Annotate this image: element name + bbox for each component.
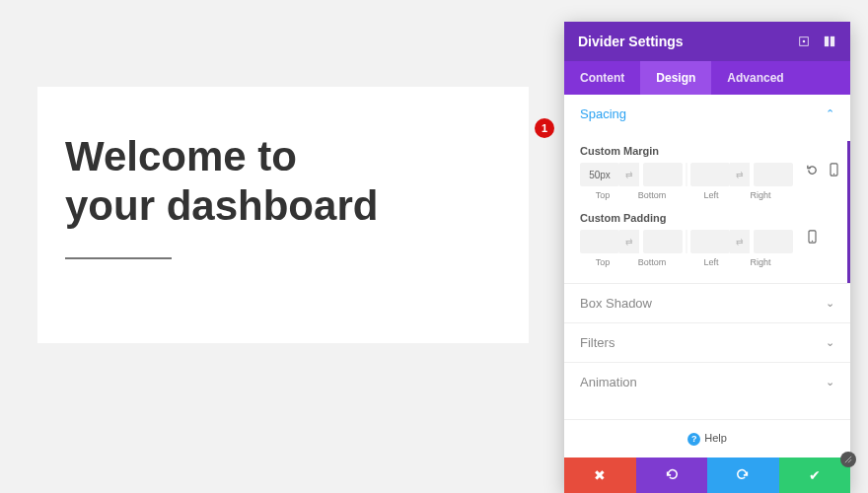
margin-right-input[interactable] (754, 163, 793, 186)
side-label-left: Left (688, 190, 734, 200)
link-icon[interactable]: ⇄ (730, 163, 750, 186)
reset-icon[interactable] (805, 163, 819, 176)
section-animation-title: Animation (580, 375, 637, 389)
tab-advanced[interactable]: Advanced (711, 61, 799, 95)
chevron-down-icon: ⌄ (826, 336, 834, 349)
heading-line-1: Welcome to (65, 133, 297, 179)
expand-icon[interactable] (797, 35, 811, 48)
link-icon[interactable]: ⇄ (619, 230, 639, 253)
section-animation-head[interactable]: Animation ⌄ (564, 362, 850, 401)
padding-right-input[interactable] (754, 230, 793, 253)
svg-point-5 (832, 174, 833, 175)
chevron-down-icon: ⌄ (826, 297, 834, 310)
panel-header[interactable]: Divider Settings (564, 22, 850, 61)
corner-drag-handle[interactable] (840, 452, 856, 467)
section-box-shadow-head[interactable]: Box Shadow ⌄ (564, 283, 850, 322)
side-label-right: Right (738, 190, 783, 200)
page-content: Welcome to your dashboard (37, 87, 529, 343)
chevron-down-icon: ⌄ (826, 376, 834, 388)
responsive-icon[interactable] (805, 230, 819, 244)
heading-line-2: your dashboard (65, 182, 378, 229)
section-filters-title: Filters (580, 335, 615, 350)
padding-top-input[interactable] (580, 230, 619, 253)
margin-left-input[interactable] (690, 163, 730, 186)
panel-tabs: Content Design Advanced (564, 61, 850, 95)
divider-line (65, 257, 172, 259)
responsive-icon[interactable] (827, 163, 840, 176)
snap-icon[interactable] (823, 35, 836, 48)
panel-title: Divider Settings (578, 34, 684, 49)
side-label-bottom: Bottom (629, 257, 675, 267)
section-spacing-head[interactable]: Spacing ⌃ (564, 95, 850, 133)
svg-point-1 (803, 40, 806, 43)
panel-footer: ✖ ✔ (564, 458, 850, 493)
custom-margin-label: Custom Margin (580, 145, 834, 157)
side-label-right: Right (738, 257, 783, 267)
padding-inputs-row: ⇄ ⇄ Top Bottom Left Right (580, 230, 834, 267)
redo-icon (736, 467, 750, 484)
padding-left-input[interactable] (690, 230, 730, 253)
close-icon: ✖ (594, 467, 606, 483)
svg-point-7 (811, 241, 812, 242)
cancel-button[interactable]: ✖ (564, 458, 636, 493)
callout-badge-1: 1 (535, 118, 554, 138)
svg-rect-2 (825, 36, 829, 46)
page-heading: Welcome to your dashboard (65, 132, 501, 230)
margin-inputs-row: ⇄ ⇄ Top Bottom Left Right (580, 163, 834, 200)
redo-button[interactable] (707, 458, 779, 493)
margin-bottom-input[interactable] (643, 163, 683, 186)
help-icon: ? (687, 433, 700, 446)
section-filters-head[interactable]: Filters ⌄ (564, 322, 850, 362)
tab-design[interactable]: Design (640, 61, 711, 95)
undo-button[interactable] (636, 458, 708, 493)
padding-bottom-input[interactable] (643, 230, 683, 253)
link-icon[interactable]: ⇄ (619, 163, 639, 186)
side-label-top: Top (580, 190, 625, 200)
margin-top-input[interactable] (580, 163, 619, 186)
custom-padding-label: Custom Padding (580, 212, 834, 224)
section-spacing-title: Spacing (580, 106, 626, 121)
scrollbar-indicator[interactable] (847, 141, 850, 283)
tab-content[interactable]: Content (564, 61, 640, 95)
section-box-shadow-title: Box Shadow (580, 296, 652, 311)
section-spacing-body: Custom Margin ⇄ ⇄ Top Bottom Left R (564, 133, 850, 283)
chevron-up-icon: ⌃ (826, 107, 834, 120)
side-label-left: Left (688, 257, 734, 267)
help-link[interactable]: ?Help (564, 419, 850, 458)
check-icon: ✔ (809, 467, 821, 483)
svg-rect-3 (831, 36, 834, 46)
divider-settings-panel: Divider Settings Content Design Advanced… (564, 22, 850, 493)
side-label-top: Top (580, 257, 625, 267)
undo-icon (665, 467, 679, 484)
help-label: Help (704, 432, 727, 444)
link-icon[interactable]: ⇄ (730, 230, 750, 253)
save-button[interactable]: ✔ (779, 458, 851, 493)
side-label-bottom: Bottom (629, 190, 675, 200)
